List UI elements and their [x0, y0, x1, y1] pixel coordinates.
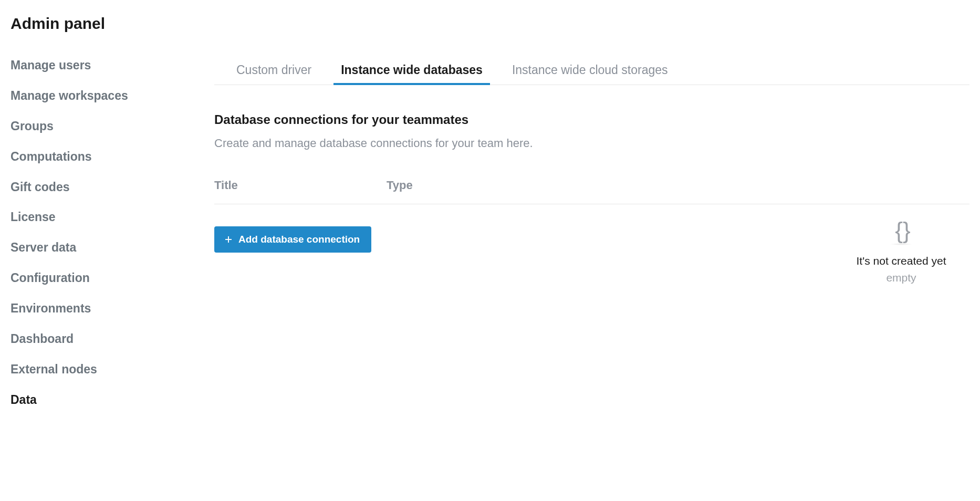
sidebar-item-manage-workspaces[interactable]: Manage workspaces — [11, 88, 168, 104]
sidebar-item-gift-codes[interactable]: Gift codes — [11, 180, 168, 195]
add-button-label: Add database connection — [238, 234, 360, 245]
plus-icon — [224, 235, 233, 244]
sidebar-item-configuration[interactable]: Configuration — [11, 270, 168, 286]
sidebar-item-server-data[interactable]: Server data — [11, 240, 168, 256]
empty-state: { } It's not created yet empty — [833, 219, 969, 284]
sidebar: Manage users Manage workspaces Groups Co… — [11, 58, 168, 408]
empty-state-subtitle: empty — [886, 272, 916, 284]
sidebar-item-license[interactable]: License — [11, 210, 168, 225]
tabs: Custom driver Instance wide databases In… — [214, 58, 969, 85]
sidebar-item-computations[interactable]: Computations — [11, 149, 168, 165]
sidebar-item-groups[interactable]: Groups — [11, 119, 168, 134]
table-column-type: Type — [387, 179, 969, 192]
tab-custom-driver[interactable]: Custom driver — [236, 58, 311, 85]
tab-instance-wide-cloud-storages[interactable]: Instance wide cloud storages — [512, 58, 668, 85]
sidebar-item-external-nodes[interactable]: External nodes — [11, 362, 168, 378]
tab-instance-wide-databases[interactable]: Instance wide databases — [341, 58, 483, 85]
add-database-connection-button[interactable]: Add database connection — [214, 226, 371, 253]
empty-state-title: It's not created yet — [857, 255, 946, 267]
section-title: Database connections for your teammates — [214, 112, 969, 127]
table-column-title: Title — [214, 179, 387, 192]
braces-icon: { } — [890, 219, 913, 245]
section-subtitle: Create and manage database connections f… — [214, 137, 969, 150]
sidebar-item-data[interactable]: Data — [11, 392, 168, 408]
sidebar-item-dashboard[interactable]: Dashboard — [11, 331, 168, 347]
sidebar-item-manage-users[interactable]: Manage users — [11, 58, 168, 74]
sidebar-item-environments[interactable]: Environments — [11, 301, 168, 317]
page-title: Admin panel — [11, 15, 969, 33]
main-content: Custom driver Instance wide databases In… — [214, 58, 969, 408]
table-header: Title Type — [214, 179, 969, 204]
